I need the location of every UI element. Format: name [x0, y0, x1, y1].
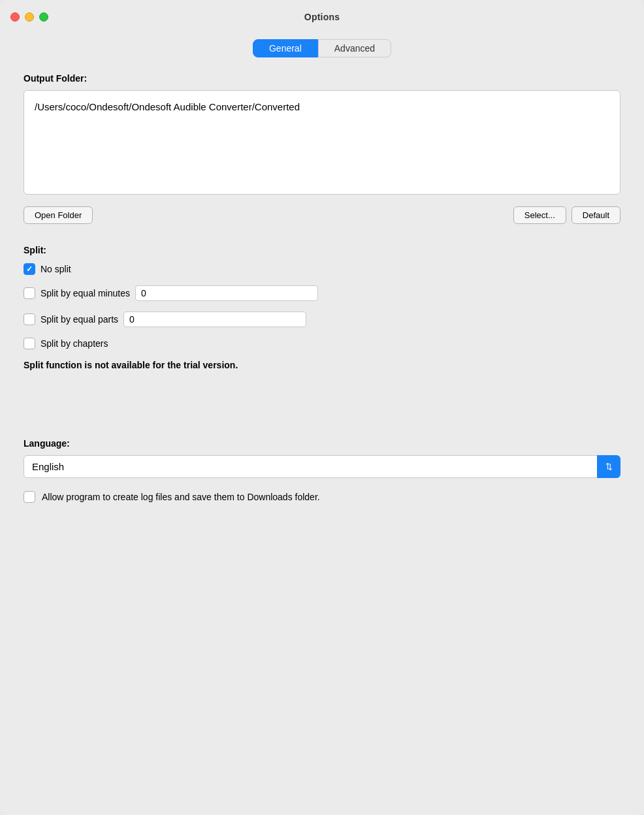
log-files-label: Allow program to create log files and sa…: [42, 492, 320, 502]
split-minutes-checkbox[interactable]: [24, 287, 35, 299]
split-section: Split: No split Split by equal minutes S…: [24, 245, 620, 370]
split-chapters-checkbox[interactable]: [24, 338, 35, 349]
spacer: [24, 391, 620, 404]
split-option-parts: Split by equal parts: [24, 312, 620, 327]
log-files-checkbox[interactable]: [24, 491, 35, 503]
default-button[interactable]: Default: [572, 206, 620, 224]
spacer2: [24, 404, 620, 417]
content-area: Output Folder: /Users/coco/Ondesoft/Onde…: [0, 68, 644, 526]
output-folder-label: Output Folder:: [24, 73, 620, 84]
language-select-wrapper: English Chinese French German Spanish Ja…: [24, 455, 620, 478]
traffic-lights: [10, 12, 48, 22]
window-title: Options: [304, 12, 340, 22]
no-split-label: No split: [40, 264, 71, 274]
folder-buttons-row: Open Folder Select... Default: [24, 206, 620, 224]
titlebar: Options: [0, 0, 644, 34]
maximize-button[interactable]: [39, 12, 48, 22]
no-split-checkbox[interactable]: [24, 263, 35, 275]
split-label: Split:: [24, 245, 620, 255]
split-minutes-input[interactable]: [135, 285, 318, 301]
options-window: Options General Advanced Output Folder: …: [0, 0, 644, 815]
split-parts-label: Split by equal parts: [40, 314, 118, 325]
split-parts-input[interactable]: [123, 312, 306, 327]
split-option-no-split: No split: [24, 263, 620, 275]
close-button[interactable]: [10, 12, 20, 22]
tab-bar: General Advanced: [0, 34, 644, 68]
split-option-chapters: Split by chapters: [24, 338, 620, 349]
log-option-row: Allow program to create log files and sa…: [24, 491, 620, 503]
output-folder-display: /Users/coco/Ondesoft/Ondesoft Audible Co…: [24, 90, 620, 195]
folder-path-text: /Users/coco/Ondesoft/Ondesoft Audible Co…: [35, 101, 300, 112]
open-folder-button[interactable]: Open Folder: [24, 206, 93, 224]
language-select[interactable]: English Chinese French German Spanish Ja…: [24, 455, 620, 478]
select-button[interactable]: Select...: [513, 206, 566, 224]
right-buttons: Select... Default: [513, 206, 620, 224]
tab-general[interactable]: General: [253, 39, 318, 57]
tab-advanced[interactable]: Advanced: [318, 39, 391, 57]
split-minutes-label: Split by equal minutes: [40, 288, 130, 298]
split-option-minutes: Split by equal minutes: [24, 285, 620, 301]
minimize-button[interactable]: [25, 12, 34, 22]
language-section: Language: English Chinese French German …: [24, 438, 620, 478]
split-parts-checkbox[interactable]: [24, 313, 35, 325]
split-chapters-label: Split by chapters: [40, 338, 108, 349]
trial-notice: Split function is not available for the …: [24, 360, 620, 370]
language-label: Language:: [24, 438, 620, 449]
